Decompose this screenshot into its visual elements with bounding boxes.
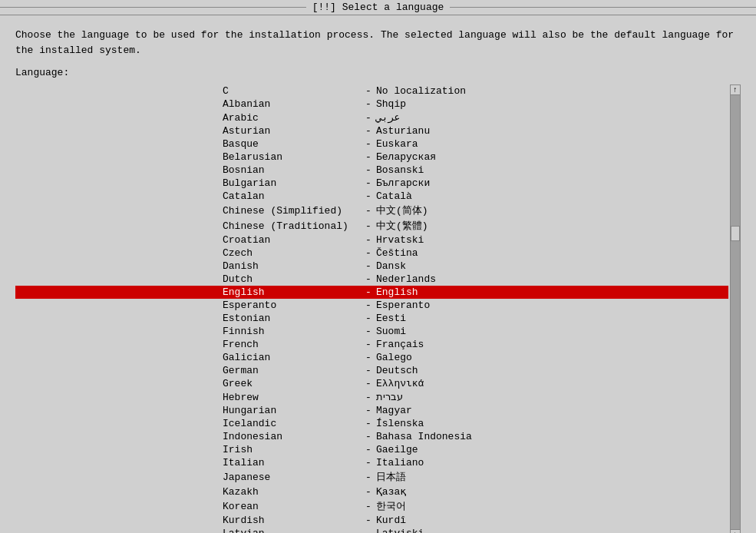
lang-native: Magyar — [376, 405, 412, 416]
list-item[interactable]: Irish-Gaeilge — [15, 443, 728, 456]
lang-native: Ελληνικά — [376, 378, 424, 389]
lang-dash: - — [361, 177, 376, 189]
list-item[interactable]: Dutch-Nederlands — [15, 273, 728, 286]
list-item[interactable]: English-English — [15, 286, 728, 299]
list-item[interactable]: Bosnian-Bosanski — [15, 164, 728, 177]
lang-dash: - — [361, 486, 376, 498]
lang-native: Қазақ — [376, 485, 406, 498]
lang-dash: - — [361, 205, 376, 217]
lang-dash: - — [361, 405, 376, 416]
list-item[interactable]: Asturian-Asturianu — [15, 124, 728, 137]
scroll-thumb[interactable] — [731, 226, 740, 241]
lang-dash: - — [361, 515, 376, 526]
lang-native: Hrvatski — [376, 234, 424, 246]
lang-name: Icelandic — [223, 418, 361, 429]
list-item[interactable]: Albanian-Shqip — [15, 98, 728, 111]
list-item[interactable]: Galician-Galego — [15, 351, 728, 364]
lang-name: Kurdish — [223, 515, 361, 526]
lang-native: 日本語 — [376, 470, 406, 484]
lang-name: Estonian — [223, 313, 361, 324]
lang-native: English — [376, 286, 418, 298]
list-item[interactable]: Chinese (Traditional)-中文(繁體) — [15, 218, 728, 233]
lang-dash: - — [361, 501, 376, 512]
lang-name: Dutch — [223, 273, 361, 285]
list-item[interactable]: French-Français — [15, 338, 728, 351]
list-item[interactable]: Finnish-Suomi — [15, 325, 728, 338]
lang-native: Čeština — [376, 247, 418, 259]
list-item[interactable]: Arabic-عربي — [15, 111, 728, 124]
lang-name: Catalan — [223, 190, 361, 202]
lang-name: Danish — [223, 260, 361, 272]
lang-dash: - — [361, 472, 376, 483]
description-text: Choose the language to be used for the i… — [15, 28, 741, 58]
window-title: [!!] Select a language — [306, 2, 451, 13]
lang-native: Deutsch — [376, 365, 418, 376]
lang-dash: - — [361, 151, 376, 163]
list-item[interactable]: Japanese-日本語 — [15, 469, 728, 485]
lang-native: Nederlands — [376, 273, 436, 285]
lang-native: Suomi — [376, 326, 406, 337]
list-item[interactable]: German-Deutsch — [15, 364, 728, 377]
lang-dash: - — [361, 378, 376, 389]
lang-native: Galego — [376, 352, 412, 363]
list-item[interactable]: Italian-Italiano — [15, 456, 728, 469]
lang-native: 中文(繁體) — [376, 219, 428, 233]
lang-native: Esperanto — [376, 300, 430, 311]
lang-dash: - — [361, 234, 376, 246]
list-item[interactable]: Icelandic-Íslenska — [15, 417, 728, 430]
list-item[interactable]: Belarusian-Беларуская — [15, 151, 728, 164]
lang-native: עברית — [376, 391, 403, 403]
list-item[interactable]: C-No localization — [15, 84, 728, 98]
lang-name: Greek — [223, 378, 361, 389]
lang-name: Latvian — [223, 528, 361, 533]
lang-name: Korean — [223, 501, 361, 512]
scrollbar[interactable]: ↑ ↓ — [730, 84, 741, 533]
list-item[interactable]: Bulgarian-Български — [15, 177, 728, 190]
list-item[interactable]: Kazakh-Қазақ — [15, 485, 728, 498]
lang-name: Croatian — [223, 234, 361, 246]
lang-name: Finnish — [223, 326, 361, 337]
lang-name: Bulgarian — [223, 177, 361, 189]
lang-dash: - — [361, 164, 376, 176]
scroll-down-button[interactable]: ↓ — [730, 529, 741, 533]
list-item[interactable]: Basque-Euskara — [15, 137, 728, 151]
lang-name: C — [223, 85, 361, 97]
lang-native: Български — [376, 177, 430, 189]
title-bar: [!!] Select a language — [0, 0, 756, 15]
lang-dash: - — [361, 431, 376, 442]
list-item[interactable]: Hebrew-עברית — [15, 390, 728, 404]
list-item[interactable]: Estonian-Eesti — [15, 312, 728, 325]
list-item[interactable]: Greek-Ελληνικά — [15, 377, 728, 390]
lang-native: Euskara — [376, 138, 418, 150]
list-item[interactable]: Czech-Čeština — [15, 247, 728, 260]
lang-name: Chinese (Simplified) — [223, 205, 361, 217]
list-item[interactable]: Indonesian-Bahasa Indonesia — [15, 430, 728, 443]
scroll-up-button[interactable]: ↑ — [730, 84, 741, 95]
list-item[interactable]: Chinese (Simplified)-中文(简体) — [15, 203, 728, 218]
list-item[interactable]: Esperanto-Esperanto — [15, 299, 728, 312]
lang-name: Chinese (Traditional) — [223, 220, 361, 232]
lang-native: 한국어 — [376, 499, 406, 513]
lang-dash: - — [361, 138, 376, 150]
lang-dash: - — [361, 247, 376, 259]
lang-dash: - — [361, 352, 376, 363]
lang-native: Íslenska — [376, 418, 424, 429]
lang-dash: - — [361, 190, 376, 202]
language-list[interactable]: C-No localizationAlbanian-ShqipArabic-عر… — [15, 84, 728, 533]
lang-native: Bosanski — [376, 164, 424, 176]
lang-name: Italian — [223, 457, 361, 468]
list-item[interactable]: Kurdish-Kurdî — [15, 514, 728, 527]
list-item[interactable]: Hungarian-Magyar — [15, 404, 728, 417]
list-item[interactable]: Danish-Dansk — [15, 260, 728, 273]
list-item[interactable]: Korean-한국어 — [15, 498, 728, 514]
lang-name: Irish — [223, 444, 361, 455]
list-item[interactable]: Catalan-Català — [15, 190, 728, 203]
language-label: Language: — [15, 67, 741, 78]
lang-name: Galician — [223, 352, 361, 363]
list-item[interactable]: Croatian-Hrvatski — [15, 233, 728, 247]
lang-native: Català — [376, 190, 412, 202]
lang-native: Dansk — [376, 260, 406, 272]
lang-dash: - — [361, 392, 376, 403]
lang-name: Japanese — [223, 472, 361, 483]
list-item[interactable]: Latvian-Latviski — [15, 527, 728, 533]
